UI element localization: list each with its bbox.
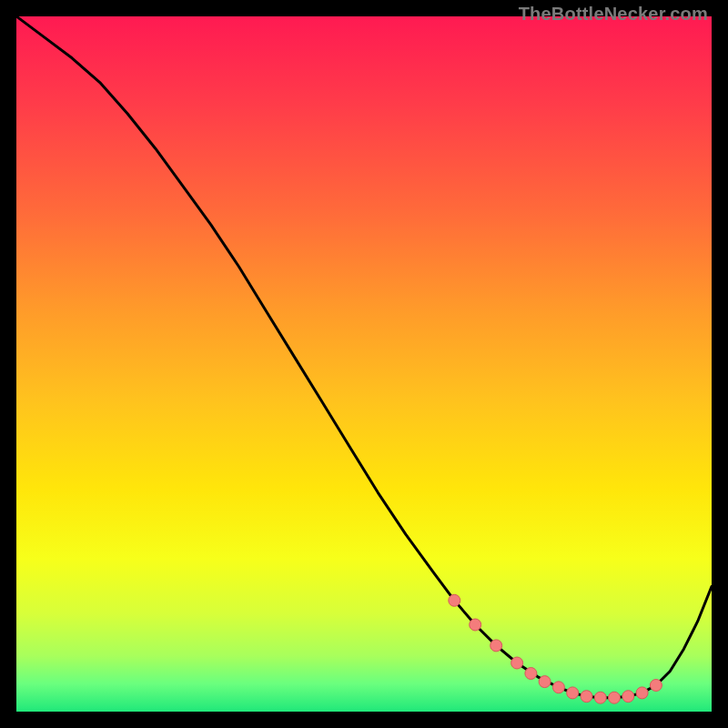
chart-canvas: TheBottleNecker.com	[0, 0, 728, 728]
curve-markers	[449, 594, 662, 703]
plot-area	[16, 16, 712, 712]
bottleneck-curve	[16, 16, 712, 698]
curve-marker	[525, 668, 537, 680]
watermark-label: TheBottleNecker.com	[519, 4, 708, 25]
curve-marker	[449, 594, 460, 606]
curve-marker	[539, 676, 551, 688]
curve-marker	[567, 687, 579, 699]
curve-marker	[490, 640, 502, 652]
curve-marker	[470, 619, 481, 631]
curve-marker	[636, 687, 648, 699]
curve-marker	[622, 691, 634, 703]
curve-marker	[581, 691, 592, 703]
curve-layer	[16, 16, 712, 712]
curve-marker	[594, 692, 606, 703]
curve-marker	[511, 657, 523, 669]
curve-marker	[609, 692, 621, 703]
curve-marker	[552, 682, 564, 693]
curve-marker	[650, 680, 662, 692]
